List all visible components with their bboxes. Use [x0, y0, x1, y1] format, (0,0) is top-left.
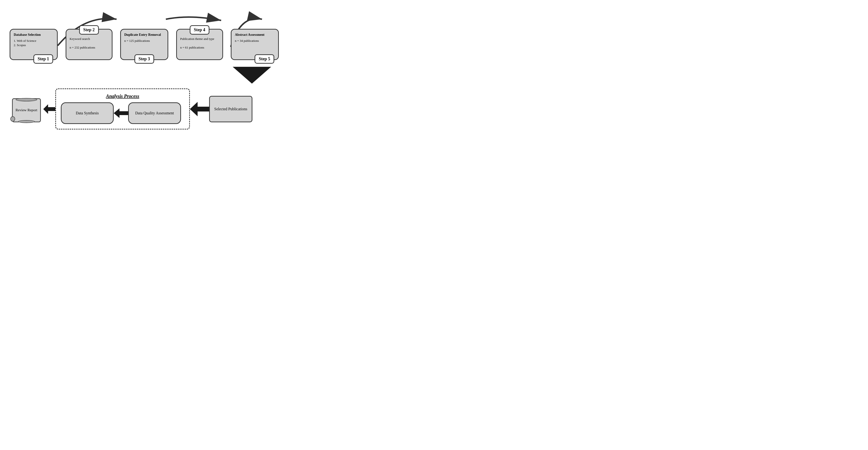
arrow-selected-to-quality [190, 102, 209, 116]
data-quality-label: Data Quality Assessment [135, 111, 174, 115]
arrow-synthesis-to-report [43, 104, 55, 114]
selected-publications-label: Selected Publications [214, 107, 247, 111]
step1-label: Step 1 [33, 54, 53, 64]
scroll-bottom-curl [18, 120, 35, 123]
step1-box: Database Selection 1. Web of Science 2. … [10, 29, 58, 60]
review-report-box: Review Report [12, 98, 41, 122]
down-chevron-arrow [233, 67, 271, 84]
step1-content: 1. Web of Science 2. Scopus [14, 39, 54, 47]
data-quality-box: Data Quality Assessment [128, 102, 181, 124]
step5-box: Abstract Assessment n = 34 publications … [231, 29, 279, 60]
step4-box: Step 4 Publication theme and type n = 61… [176, 29, 223, 60]
svg-marker-2 [114, 108, 128, 118]
scroll-top-curl [16, 98, 37, 101]
step2-content: Keyword search n = 232 publications [70, 37, 108, 50]
analysis-process-box: Analysis Process Data Synthesis Data Qua… [55, 88, 190, 129]
data-synthesis-label: Data Synthesis [76, 111, 99, 115]
step3-content: n = 125 publications [124, 39, 164, 43]
review-report-label: Review Report [16, 108, 37, 112]
step3-label: Step 3 [134, 54, 154, 64]
step4-content: Publication theme and type n = 61 public… [180, 37, 219, 50]
step1-title: Database Selection [14, 32, 54, 37]
scroll-left-curl [10, 116, 15, 122]
svg-marker-1 [43, 104, 55, 114]
analysis-title: Analysis Process [61, 93, 184, 99]
step5-content: n = 34 publications [235, 39, 275, 43]
step3-title: Duplicate Entry Removal [124, 32, 164, 37]
down-arrow-container [10, 67, 279, 84]
bottom-row: Review Report Analysis Process Data Synt… [10, 88, 279, 129]
svg-marker-3 [190, 102, 209, 116]
data-synthesis-box: Data Synthesis [61, 102, 114, 124]
step4-label: Step 4 [190, 25, 209, 35]
step5-title: Abstract Assessment [235, 32, 275, 37]
selected-publications-box: Selected Publications [209, 96, 252, 122]
step2-label: Step 2 [79, 25, 99, 35]
arrow-quality-to-synthesis [114, 108, 128, 118]
step5-label: Step 5 [254, 54, 274, 64]
step2-box: Step 2 Keyword search n = 232 publicatio… [66, 29, 113, 60]
review-report-container: Review Report [10, 96, 43, 122]
step3-box: Duplicate Entry Removal n = 125 publicat… [120, 29, 168, 60]
